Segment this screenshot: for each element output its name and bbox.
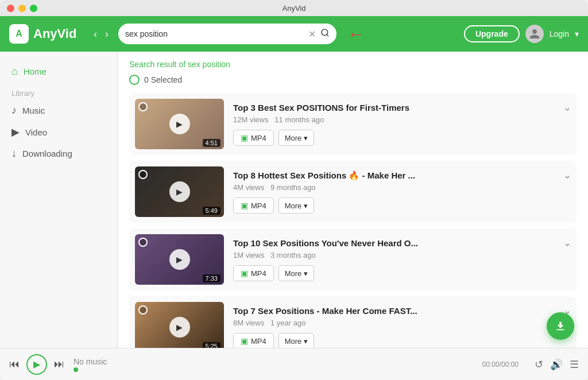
no-music-label: No music [74, 357, 131, 366]
chevron-down-icon[interactable]: ⌄ [563, 170, 571, 181]
video-meta: 12M views 11 months ago [233, 115, 571, 124]
minimize-button[interactable] [18, 5, 26, 12]
video-meta: 4M views 9 months ago [233, 183, 571, 192]
play-overlay[interactable]: ▶ [135, 302, 224, 348]
arrow-indicator: ← [347, 24, 365, 45]
queue-button[interactable]: ☰ [570, 358, 579, 371]
logo-letter: A [16, 29, 22, 39]
video-duration: 5:25 [203, 342, 220, 348]
video-icon: ▶ [11, 126, 20, 138]
upgrade-button[interactable]: Upgrade [464, 25, 520, 42]
logo-icon: A [9, 24, 29, 44]
window-title: AnyVid [283, 4, 306, 13]
film-icon: ▣ [241, 133, 248, 142]
search-bar: ✕ [118, 24, 336, 44]
play-button[interactable]: ▶ [26, 354, 47, 375]
track-info: No music [74, 357, 131, 372]
video-meta: 1M views 3 months ago [233, 251, 571, 259]
back-button[interactable]: ‹ [91, 27, 100, 41]
video-title-text: Top 8 Hottest Sex Positions 🔥 - Make Her… [233, 170, 559, 181]
video-thumbnail: ▶ 5:25 [135, 302, 224, 348]
search-icon[interactable] [320, 28, 330, 40]
search-input[interactable] [125, 29, 304, 38]
video-info: Top 10 Sex Positions You've Never Heard … [233, 238, 571, 281]
mp4-button[interactable]: ▣ MP4 [233, 333, 274, 348]
video-duration: 7:33 [203, 274, 220, 282]
dropdown-icon[interactable]: ▾ [575, 29, 579, 38]
sidebar: ⌂ Home Library ♪ Music ▶ Video ↓ Downloa… [0, 52, 118, 348]
window-controls[interactable] [7, 5, 37, 12]
prev-button[interactable]: ⏮ [9, 358, 20, 370]
video-list: ▶ 4:51 Top 3 Best Sex POSITIONS for Firs… [129, 93, 577, 348]
maximize-button[interactable] [30, 5, 37, 12]
more-button[interactable]: More ▾ [278, 130, 315, 146]
search-term: sex position [188, 60, 230, 69]
sidebar-item-home[interactable]: ⌂ Home [0, 61, 117, 82]
content-area: Search result of sex position 0 Selected… [118, 52, 588, 348]
time-display: 00:00/00:00 [482, 360, 519, 369]
player-bar: ⏮ ▶ ⏭ No music 00:00/00:00 ↺ 🔊 ☰ [0, 348, 588, 380]
chevron-down-icon[interactable]: ⌄ [563, 102, 571, 113]
video-title-row: Top 8 Hottest Sex Positions 🔥 - Make Her… [233, 170, 571, 181]
home-icon: ⌂ [11, 65, 18, 77]
play-button-circle[interactable]: ▶ [169, 249, 190, 270]
mp4-button[interactable]: ▣ MP4 [233, 265, 274, 281]
video-thumbnail: ▶ 5:49 [135, 166, 224, 217]
chevron-icon: ▾ [304, 337, 308, 346]
library-section: Library [0, 82, 117, 100]
video-duration: 4:51 [203, 139, 220, 147]
sidebar-item-music[interactable]: ♪ Music [0, 100, 117, 121]
video-duration: 5:49 [203, 207, 220, 215]
video-title-text: Top 10 Sex Positions You've Never Heard … [233, 238, 559, 248]
sidebar-music-label: Music [22, 106, 45, 115]
video-actions: ▣ MP4 More ▾ [233, 333, 571, 348]
search-result-prefix: Search result of [129, 60, 188, 69]
video-card: ▶ 4:51 Top 3 Best Sex POSITIONS for Firs… [129, 93, 577, 155]
clear-icon[interactable]: ✕ [308, 29, 316, 40]
volume-button[interactable]: 🔊 [550, 358, 563, 371]
play-button-circle[interactable]: ▶ [169, 181, 190, 202]
mp4-button[interactable]: ▣ MP4 [233, 130, 274, 146]
play-button-circle[interactable]: ▶ [169, 317, 190, 338]
forward-button[interactable]: › [102, 27, 111, 41]
header-right: Upgrade Login ▾ [464, 25, 579, 43]
sidebar-downloading-label: Downloading [22, 149, 72, 158]
video-actions: ▣ MP4 More ▾ [233, 197, 571, 214]
floating-download-button[interactable] [547, 312, 574, 340]
film-icon: ▣ [241, 269, 248, 278]
avatar [525, 25, 544, 43]
close-button[interactable] [7, 5, 14, 12]
nav-arrows: ‹ › [91, 27, 111, 41]
sidebar-video-label: Video [25, 127, 47, 137]
film-icon: ▣ [241, 201, 248, 210]
more-button[interactable]: More ▾ [278, 197, 315, 214]
repeat-button[interactable]: ↺ [535, 358, 543, 371]
svg-line-1 [327, 34, 328, 36]
video-info: Top 7 Sex Positions - Make Her Come FAST… [233, 305, 571, 348]
selected-row: 0 Selected [129, 75, 577, 85]
search-result-header: Search result of sex position [129, 60, 577, 69]
video-card: ▶ 5:25 Top 7 Sex Positions - Make Her Co… [129, 296, 577, 348]
video-thumbnail: ▶ 4:51 [135, 99, 224, 149]
more-button[interactable]: More ▾ [278, 265, 315, 281]
selected-count: 0 Selected [144, 75, 182, 84]
play-button-circle[interactable]: ▶ [169, 114, 190, 134]
next-button[interactable]: ⏭ [54, 358, 64, 370]
more-button[interactable]: More ▾ [278, 333, 315, 348]
video-info: Top 3 Best Sex POSITIONS for First-Timer… [233, 102, 571, 146]
video-title-row: Top 10 Sex Positions You've Never Heard … [233, 238, 571, 249]
mp4-button[interactable]: ▣ MP4 [233, 197, 274, 214]
chevron-icon: ▾ [304, 134, 308, 142]
header: A AnyVid ‹ › ✕ ← Upgrade Login ▾ [0, 16, 588, 52]
video-title-text: Top 7 Sex Positions - Make Her Come FAST… [233, 306, 559, 316]
video-card: ▶ 7:33 Top 10 Sex Positions You've Never… [129, 228, 577, 290]
sidebar-home-label: Home [24, 67, 47, 76]
sidebar-item-video[interactable]: ▶ Video [0, 121, 117, 143]
sidebar-item-downloading[interactable]: ↓ Downloading [0, 143, 117, 164]
video-card: ▶ 5:49 Top 8 Hottest Sex Positions 🔥 - M… [129, 161, 577, 223]
video-title-text: Top 3 Best Sex POSITIONS for First-Timer… [233, 103, 559, 113]
video-actions: ▣ MP4 More ▾ [233, 130, 571, 146]
app-name: AnyVid [33, 26, 76, 41]
chevron-down-icon[interactable]: ⌄ [563, 238, 571, 249]
select-circle[interactable] [129, 75, 140, 85]
